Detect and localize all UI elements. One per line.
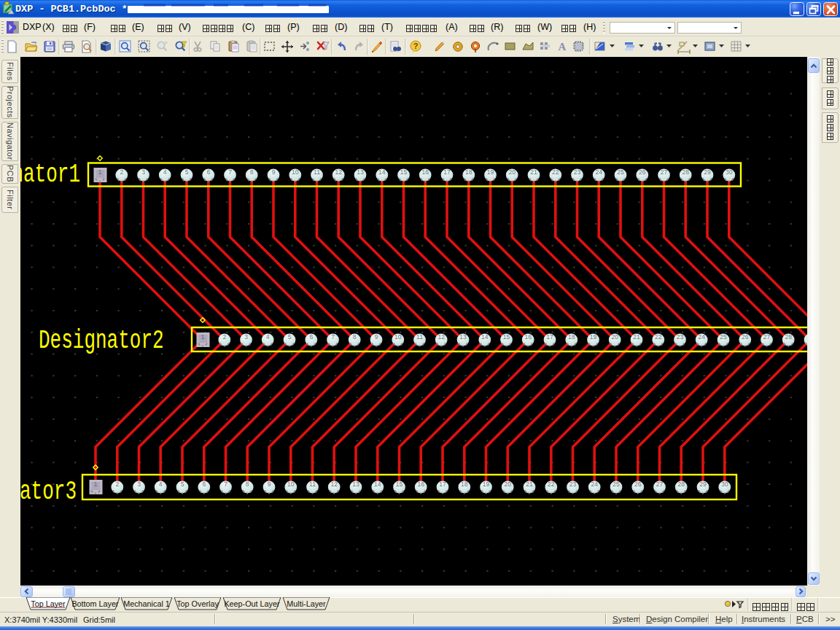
- svg-text:17: 17: [443, 168, 451, 176]
- svg-text:30: 30: [726, 168, 733, 176]
- svg-text:16: 16: [524, 333, 532, 341]
- svg-text:29: 29: [699, 481, 707, 488]
- svg-text:11: 11: [309, 481, 316, 488]
- svg-text:27: 27: [656, 481, 664, 488]
- svg-text:Top Overlay: Top Overlay: [176, 599, 219, 608]
- svg-text:12: 12: [335, 168, 342, 176]
- svg-text:22: 22: [655, 333, 662, 341]
- svg-text:5: 5: [288, 333, 292, 341]
- svg-text:26: 26: [634, 481, 642, 488]
- svg-text:21: 21: [633, 333, 640, 341]
- svg-text:17: 17: [546, 333, 553, 341]
- svg-text:8: 8: [353, 333, 357, 341]
- svg-text:19: 19: [487, 168, 494, 176]
- svg-text:23: 23: [677, 333, 684, 341]
- svg-text:22: 22: [548, 481, 555, 488]
- svg-text:12: 12: [438, 333, 445, 341]
- svg-text:A: A: [559, 41, 567, 52]
- svg-text:8: 8: [246, 481, 249, 488]
- svg-text:24: 24: [591, 481, 598, 488]
- svg-text:15: 15: [396, 481, 403, 488]
- svg-text:3: 3: [244, 333, 248, 341]
- svg-text:20: 20: [508, 168, 516, 176]
- svg-text:9: 9: [268, 481, 271, 488]
- svg-text:10: 10: [394, 333, 402, 341]
- svg-text:16: 16: [421, 168, 429, 176]
- svg-text:23: 23: [569, 481, 577, 488]
- svg-text:29: 29: [704, 168, 711, 176]
- svg-text:18: 18: [461, 481, 468, 488]
- svg-text:Designator3: Designator3: [20, 476, 77, 508]
- svg-text:7: 7: [228, 168, 232, 176]
- svg-text:1: 1: [201, 333, 205, 341]
- svg-text:2: 2: [115, 481, 119, 488]
- svg-text:8: 8: [250, 168, 254, 176]
- svg-text:18: 18: [465, 168, 472, 176]
- svg-text:2: 2: [222, 333, 226, 341]
- svg-text:6: 6: [309, 333, 313, 341]
- svg-text:Mechanical 1: Mechanical 1: [123, 599, 170, 608]
- svg-text:13: 13: [459, 333, 467, 341]
- svg-text:1: 1: [98, 168, 102, 176]
- svg-text:11: 11: [416, 333, 423, 341]
- svg-text:21: 21: [530, 168, 537, 176]
- svg-text:9: 9: [375, 333, 378, 341]
- svg-text:23: 23: [574, 168, 581, 176]
- svg-text:22: 22: [552, 168, 559, 176]
- svg-text:1: 1: [94, 481, 98, 488]
- svg-text:28: 28: [677, 481, 685, 488]
- svg-text:9: 9: [272, 168, 276, 176]
- svg-text:3: 3: [141, 168, 145, 176]
- svg-text:4: 4: [163, 168, 167, 176]
- svg-text:5: 5: [181, 481, 184, 488]
- svg-text:14: 14: [481, 333, 489, 341]
- svg-text:12: 12: [330, 481, 338, 488]
- svg-text:25: 25: [720, 333, 727, 341]
- svg-text:24: 24: [698, 333, 705, 341]
- svg-text:?: ?: [413, 42, 419, 50]
- svg-text:27: 27: [763, 333, 771, 341]
- svg-text:27: 27: [661, 168, 668, 176]
- svg-text:Designator1: Designator1: [20, 158, 80, 190]
- svg-text:21: 21: [526, 481, 533, 488]
- svg-text:15: 15: [400, 168, 408, 176]
- svg-text:15: 15: [503, 333, 510, 341]
- svg-text:20: 20: [504, 481, 511, 488]
- svg-text:26: 26: [742, 333, 749, 341]
- svg-text:11: 11: [314, 168, 320, 176]
- svg-text:4: 4: [266, 333, 270, 341]
- svg-text:7: 7: [331, 333, 335, 341]
- svg-text:6: 6: [206, 168, 210, 176]
- svg-text:10: 10: [292, 168, 299, 176]
- svg-text:30: 30: [721, 481, 728, 488]
- svg-text:Top Layer: Top Layer: [31, 599, 66, 608]
- svg-text:20: 20: [611, 333, 618, 341]
- svg-text:28: 28: [785, 333, 792, 341]
- svg-text:24: 24: [595, 168, 602, 176]
- svg-text:6: 6: [202, 481, 206, 488]
- svg-text:13: 13: [357, 168, 364, 176]
- svg-text:16: 16: [417, 481, 424, 488]
- svg-text:19: 19: [483, 481, 490, 488]
- svg-text:18: 18: [568, 333, 575, 341]
- svg-text:Bottom Layer: Bottom Layer: [71, 599, 119, 608]
- svg-text:14: 14: [378, 168, 386, 176]
- svg-text:3: 3: [137, 481, 141, 488]
- svg-text:25: 25: [612, 481, 620, 488]
- svg-text:19: 19: [590, 333, 597, 341]
- svg-text:10: 10: [287, 481, 295, 488]
- svg-text:13: 13: [352, 481, 359, 488]
- svg-text:28: 28: [682, 168, 689, 176]
- svg-text:2: 2: [120, 168, 123, 176]
- svg-text:4: 4: [159, 481, 163, 488]
- svg-text:7: 7: [224, 481, 228, 488]
- svg-text:Keep-Out Layer: Keep-Out Layer: [224, 599, 280, 608]
- svg-text:17: 17: [439, 481, 446, 488]
- svg-text:25: 25: [617, 168, 624, 176]
- svg-text:26: 26: [639, 168, 646, 176]
- svg-text:Multi-Layer: Multi-Layer: [287, 599, 326, 608]
- svg-text:Designator2: Designator2: [39, 325, 164, 357]
- svg-text:5: 5: [185, 168, 189, 176]
- svg-text:14: 14: [374, 481, 381, 488]
